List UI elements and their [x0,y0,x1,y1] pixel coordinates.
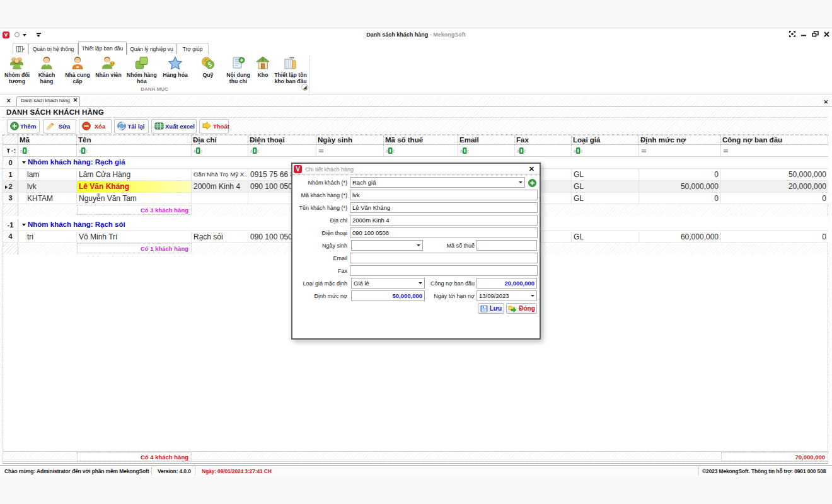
svg-text:a: a [194,149,196,153]
svg-text:c: c [86,149,88,153]
svg-text:c: c [524,149,526,153]
svg-text:a: a [20,149,23,153]
svg-text:a: a [79,149,81,153]
svg-text:a: a [250,149,253,153]
svg-text:c: c [27,149,29,153]
svg-text:c: c [467,149,469,153]
svg-text:c: c [200,149,202,153]
svg-text:c: c [393,149,395,153]
svg-text:a: a [386,149,388,153]
svg-text:c: c [581,149,582,153]
svg-text:c: c [257,149,259,153]
svg-text:a: a [574,149,576,153]
svg-text:a: a [517,149,519,153]
svg-text:a: a [460,149,463,153]
